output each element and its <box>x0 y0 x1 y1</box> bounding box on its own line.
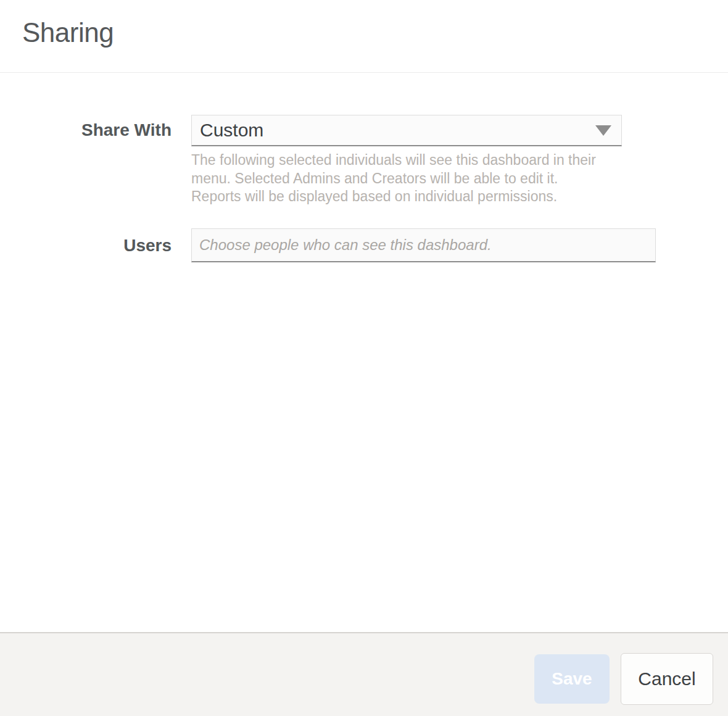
cancel-button[interactable]: Cancel <box>621 653 713 705</box>
dialog-body: Share With Custom The following selected… <box>0 115 728 262</box>
helper-line: menu. Selected Admins and Creators will … <box>191 170 622 188</box>
share-with-selected-value: Custom <box>200 120 263 141</box>
helper-line: Reports will be displayed based on indiv… <box>191 188 622 206</box>
share-with-select[interactable]: Custom <box>191 115 622 146</box>
helper-line: The following selected individuals will … <box>191 151 622 170</box>
dialog-header: Sharing <box>0 0 728 73</box>
users-field-col <box>191 228 656 262</box>
users-label: Users <box>0 228 172 262</box>
share-with-label: Share With <box>0 115 172 206</box>
dialog-title: Sharing <box>22 17 728 48</box>
share-with-row: Share With Custom The following selected… <box>0 115 728 206</box>
save-button[interactable]: Save <box>534 654 610 704</box>
share-with-field-col: Custom The following selected individual… <box>191 115 622 206</box>
chevron-down-icon <box>595 125 611 136</box>
sharing-dialog: Sharing Share With Custom The following … <box>0 0 728 716</box>
share-with-helper-text: The following selected individuals will … <box>191 151 622 206</box>
users-input[interactable] <box>191 228 656 262</box>
dialog-footer: Save Cancel <box>0 632 728 716</box>
users-row: Users <box>0 228 728 262</box>
